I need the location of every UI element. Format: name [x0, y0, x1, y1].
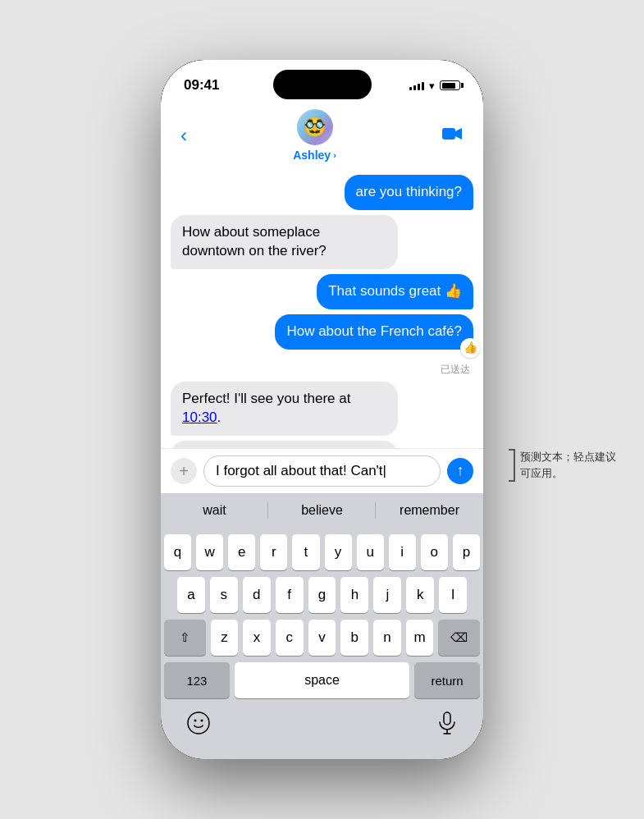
add-button[interactable]: + [171, 458, 197, 484]
key-f[interactable]: f [276, 577, 304, 613]
svg-point-3 [201, 720, 203, 722]
message-input[interactable]: I forgot all about that! Can't [203, 455, 441, 487]
text-cursor [383, 463, 386, 479]
annotation: 预测文本；轻点建议可应用。 [514, 449, 627, 482]
predictive-item-believe[interactable]: believe [268, 500, 376, 521]
message-row: How about someplace downtown on the rive… [171, 215, 473, 269]
message-row: are you thinking? [171, 175, 473, 210]
keyboard-row-3: ⇧ z x c v b n m ⌫ [164, 620, 480, 656]
mic-button[interactable] [437, 711, 457, 739]
key-p[interactable]: p [453, 534, 480, 570]
message-bubble-remind: Remind me to tell you about our trip to … [171, 441, 398, 448]
messages-area: are you thinking? How about someplace do… [161, 168, 483, 448]
contact-info[interactable]: 🥸 Ashley › [293, 109, 336, 162]
annotation-text: 预测文本；轻点建议可应用。 [520, 449, 627, 481]
key-h[interactable]: h [340, 577, 368, 613]
bottom-bar [161, 708, 483, 759]
send-button[interactable]: ↑ [447, 458, 473, 484]
predictive-item-remember[interactable]: remember [376, 500, 483, 521]
space-key[interactable]: space [235, 662, 409, 698]
key-x[interactable]: x [243, 620, 271, 656]
numbers-key[interactable]: 123 [164, 662, 230, 698]
key-l[interactable]: l [439, 577, 467, 613]
svg-rect-4 [444, 712, 450, 725]
message-row: How about the French café? 👍 已送达 [171, 314, 473, 377]
key-s[interactable]: s [210, 577, 238, 613]
key-g[interactable]: g [308, 577, 336, 613]
signal-icon [409, 80, 424, 90]
key-w[interactable]: w [196, 534, 223, 570]
message-row: That sounds great 👍 [171, 274, 473, 309]
shift-key[interactable]: ⇧ [164, 620, 206, 656]
keyboard-row-1: q w e r t y u i o p [164, 534, 480, 570]
message-row: Remind me to tell you about our trip to … [171, 441, 473, 448]
message-bubble-french-cafe: How about the French café? 👍 [275, 314, 473, 350]
predictive-bar: wait believe remember [161, 493, 483, 528]
status-icons: ▾ [409, 80, 460, 92]
contact-name: Ashley [293, 149, 331, 162]
message-bubble-outgoing: That sounds great 👍 [317, 274, 473, 309]
message-row: Perfect! I'll see you there at 10:30. [171, 382, 473, 436]
battery-fill [442, 83, 455, 89]
wifi-icon: ▾ [429, 80, 435, 92]
key-z[interactable]: z [211, 620, 239, 656]
keyboard-row-2: a s d f g h j k l [164, 577, 480, 613]
svg-rect-0 [442, 128, 455, 140]
key-u[interactable]: u [357, 534, 384, 570]
input-area: + I forgot all about that! Can't ↑ [161, 448, 483, 493]
key-q[interactable]: q [164, 534, 191, 570]
svg-point-2 [194, 720, 197, 722]
phone-screen: 09:41 ▾ ‹ 🥸 [161, 60, 483, 759]
dynamic-island [273, 70, 372, 99]
key-y[interactable]: y [325, 534, 352, 570]
delete-key[interactable]: ⌫ [438, 620, 480, 656]
battery-icon [440, 80, 460, 90]
key-v[interactable]: v [308, 620, 336, 656]
keyboard: q w e r t y u i o p a s d f g [161, 528, 483, 708]
message-bubble-outgoing: are you thinking? [345, 175, 473, 210]
key-c[interactable]: c [276, 620, 304, 656]
emoji-button[interactable] [187, 711, 210, 739]
nav-bar: ‹ 🥸 Ashley › [161, 106, 483, 168]
svg-point-1 [188, 712, 209, 734]
key-a[interactable]: a [177, 577, 205, 613]
key-j[interactable]: j [373, 577, 401, 613]
message-text: How about the French café? [286, 323, 462, 339]
input-text: I forgot all about that! Can't [216, 463, 383, 479]
message-status: 已送达 [441, 363, 473, 377]
key-e[interactable]: e [228, 534, 255, 570]
video-call-button[interactable] [436, 121, 470, 149]
key-m[interactable]: m [406, 620, 434, 656]
status-time: 09:41 [184, 77, 219, 94]
reaction-badge: 👍 [460, 338, 480, 358]
key-d[interactable]: d [243, 577, 271, 613]
key-r[interactable]: r [260, 534, 287, 570]
return-key[interactable]: return [414, 662, 480, 698]
contact-chevron: › [333, 150, 336, 160]
phone-frame: 09:41 ▾ ‹ 🥸 [161, 60, 483, 759]
contact-name-row: Ashley › [293, 149, 336, 162]
message-bubble-time-link: Perfect! I'll see you there at 10:30. [171, 382, 398, 436]
key-o[interactable]: o [421, 534, 448, 570]
predictive-item-wait[interactable]: wait [161, 500, 268, 521]
key-i[interactable]: i [389, 534, 416, 570]
keyboard-row-4: 123 space return [164, 662, 480, 698]
key-t[interactable]: t [292, 534, 319, 570]
key-k[interactable]: k [406, 577, 434, 613]
time-link[interactable]: 10:30 [182, 410, 217, 425]
key-n[interactable]: n [373, 620, 401, 656]
message-bubble-incoming: How about someplace downtown on the rive… [171, 215, 398, 269]
send-arrow-icon: ↑ [457, 462, 464, 479]
back-button[interactable]: ‹ [174, 121, 194, 150]
key-b[interactable]: b [340, 620, 368, 656]
avatar: 🥸 [297, 109, 333, 145]
